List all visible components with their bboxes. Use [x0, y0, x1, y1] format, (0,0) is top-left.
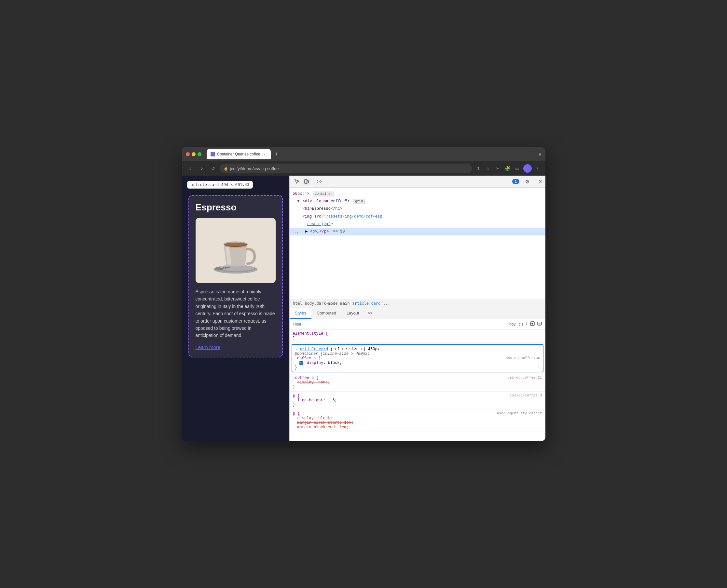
collapse-triangle[interactable]: ▼	[298, 199, 300, 204]
ua-margin-start-line: margin-block-start: 1em;	[298, 421, 542, 425]
sidebar-icon[interactable]: ▭	[513, 165, 521, 172]
tab-bar: Container Queries coffee × +	[207, 149, 536, 159]
tab-more[interactable]: >>	[364, 308, 376, 319]
minimize-traffic-light[interactable]	[192, 152, 196, 156]
styles-rules: element.style { } → article.card (inline…	[290, 330, 545, 441]
selected-tree-line[interactable]: ... ▶ <p>…</p> == $0	[290, 228, 545, 235]
article-description: Espresso is the name of a highly concent…	[196, 288, 276, 339]
tree-line: <h1>Espresso</h1>	[290, 205, 545, 213]
new-style-rule-button[interactable]	[530, 321, 535, 327]
more-options-icon[interactable]: ⋮	[534, 165, 542, 172]
ua-display: display: block;	[298, 416, 332, 421]
prop-lineheight-name: line-height	[298, 398, 323, 403]
bc-html[interactable]: html	[293, 301, 302, 306]
toggle-changes-button[interactable]	[537, 321, 542, 327]
extensions-icon[interactable]: 🧩	[504, 165, 511, 172]
ellipsis-icon: ...	[294, 229, 301, 234]
p-selector-ua: p {	[293, 412, 300, 416]
tag-text: </h1>	[331, 207, 342, 211]
new-tab-button[interactable]: +	[272, 150, 281, 159]
bc-article[interactable]: article.card	[352, 301, 380, 306]
rule-closing: } +	[295, 365, 540, 370]
cls-button[interactable]: .cls	[518, 322, 523, 327]
hov-button[interactable]: :hov	[508, 322, 516, 327]
device-toolbar-icon[interactable]	[303, 177, 310, 185]
attr-value: "coffee"	[328, 199, 347, 204]
bc-body[interactable]: body.dark-mode	[305, 301, 338, 306]
rule-header-line: css-cq-coffee:21 .coffee p {	[293, 376, 542, 380]
bookmark-icon[interactable]: ☆	[484, 165, 492, 172]
tab-layout[interactable]: Layout	[341, 308, 364, 319]
rule-source-ua: user agent stylesheet	[497, 412, 542, 415]
url-text: jec.fyi/demo/css-cq-coffee	[230, 166, 279, 171]
rule-body: display: none;	[293, 380, 542, 385]
rule-closing: }	[293, 403, 542, 407]
ua-margin-start: margin-block-start: 1em;	[298, 421, 354, 425]
forward-button[interactable]: ›	[198, 164, 207, 173]
arrow-icon: →	[295, 347, 297, 352]
back-button[interactable]: ‹	[186, 164, 195, 173]
img-src-link-cont[interactable]: resso.jpg"	[307, 222, 331, 226]
elements-breadcrumb: html body.dark-mode main article.card ..…	[290, 299, 545, 308]
rule-user-agent: user agent stylesheet p { display: block…	[290, 410, 545, 432]
bc-main[interactable]: main	[340, 301, 350, 306]
element-picker-icon[interactable]	[293, 177, 301, 185]
rule-arrow-line: → article.card (inline-size ⊞) 450px	[295, 347, 540, 352]
rule-source: css-cq-coffee:30	[506, 356, 540, 360]
tooltip-selector: article.card	[191, 183, 219, 187]
share-icon[interactable]: ⬆	[474, 165, 482, 172]
browser-window: Container Queries coffee × + ∨ ‹ › ↺ 🔒 j…	[182, 147, 545, 441]
tree-line: 50px;"> container	[290, 190, 545, 198]
ua-display-line: display: block;	[298, 416, 542, 421]
container-note: (inline-size ⊞) 450px	[331, 347, 380, 352]
img-src-link[interactable]: "/assets/img/demo/cof-esp	[323, 214, 382, 219]
rule-body: display: block; margin-block-start: 1em;…	[293, 416, 542, 429]
prop-lineheight-value: 1.6	[328, 398, 335, 403]
tab-styles[interactable]: Styles	[290, 308, 311, 319]
prop-display-name: display	[307, 361, 323, 365]
rule-selector: element.style {	[293, 331, 328, 336]
tooltip-dimensions: 494 × 601.43	[221, 183, 249, 187]
container-badge: container	[313, 192, 334, 196]
property-checkbox[interactable]	[299, 361, 303, 365]
article-card-selector[interactable]: article.card	[300, 347, 328, 352]
profile-avatar[interactable]	[523, 164, 532, 173]
rule-header-line: css-cq-coffee:3 p {	[293, 394, 542, 398]
devtools-toolbar: >> 1 ⚙ ⋮ ×	[290, 175, 545, 188]
tab-title: Container Queries coffee	[217, 152, 260, 156]
tab-close-button[interactable]: ×	[262, 152, 267, 156]
html-tree: 50px;"> container ▼ <div class="coffee">…	[290, 188, 545, 238]
learn-more-link[interactable]: Learn more	[196, 344, 221, 350]
settings-icon[interactable]: ⚙	[525, 178, 529, 185]
tab-favicon	[210, 152, 215, 156]
display-none-strikethrough: display: none;	[298, 380, 330, 385]
svg-point-7	[225, 243, 246, 246]
add-style-button[interactable]: +	[525, 322, 527, 327]
rule-body: display: block;	[295, 361, 540, 365]
triangle-right[interactable]: ▶	[305, 229, 307, 234]
refresh-button[interactable]: ↺	[209, 165, 217, 172]
close-devtools-button[interactable]: ×	[539, 178, 542, 185]
more-panels-icon[interactable]: >>	[316, 177, 324, 185]
toolbar-icons: ⬆ ☆ ✂ 🧩 ▭ ⋮	[474, 164, 542, 173]
grid-badge: grid	[353, 199, 365, 204]
coffee-p-selector-2: .coffee p {	[293, 376, 319, 380]
cut-icon[interactable]: ✂	[494, 165, 502, 172]
tree-line-continued: resso.jpg">	[290, 220, 545, 228]
filter-input[interactable]	[293, 322, 506, 327]
at-container-rule: @container (inline-size > 400px)	[295, 352, 370, 356]
console-badge: 1	[512, 179, 519, 184]
fullscreen-traffic-light[interactable]	[198, 152, 201, 156]
prop-display-value: block	[328, 361, 340, 365]
rule-source: css-cq-coffee:21	[508, 376, 542, 380]
more-options-devtools-icon[interactable]: ⋮	[531, 178, 537, 185]
lock-icon: 🔒	[224, 167, 228, 171]
close-traffic-light[interactable]	[186, 152, 190, 156]
add-property-button[interactable]: +	[538, 365, 540, 370]
article-card: Espresso	[188, 195, 283, 357]
tab-computed[interactable]: Computed	[311, 308, 341, 319]
tag-text: 50px;">	[293, 192, 309, 196]
url-bar[interactable]: 🔒 jec.fyi/demo/css-cq-coffee	[220, 164, 472, 173]
active-tab[interactable]: Container Queries coffee ×	[207, 149, 271, 159]
window-controls: ∨	[538, 151, 542, 157]
